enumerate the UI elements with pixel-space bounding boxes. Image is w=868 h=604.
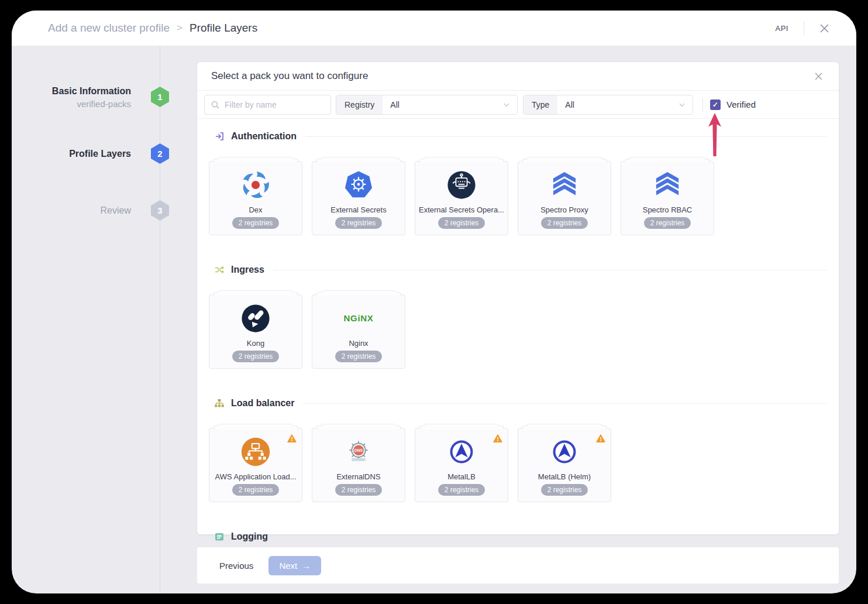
registry-select[interactable]: Registry All (336, 95, 518, 115)
pack-name: Nginx (312, 339, 405, 348)
pack-name: AWS Application Load... (209, 472, 302, 481)
type-select[interactable]: Type All (523, 95, 693, 115)
warning-icon (493, 434, 502, 443)
pack-card[interactable]: AWS Application Load... 2 registries (209, 428, 302, 502)
type-label: Type (523, 95, 557, 114)
registries-badge: 2 registries (232, 484, 280, 496)
wizard-footer: Previous Next → (197, 547, 839, 584)
section-header: Load balancer (209, 396, 827, 410)
stepper-line (160, 46, 160, 593)
previous-button[interactable]: Previous (219, 561, 253, 571)
pack-card[interactable]: NGiNX Nginx 2 registries (312, 294, 405, 369)
section-divider (303, 403, 827, 404)
step-badge-3[interactable]: 3 (151, 200, 169, 221)
list-icon (214, 531, 225, 542)
kubernetes-wheel-logo (343, 169, 374, 201)
dex-logo (240, 169, 271, 201)
pack-card-row: AWS Application Load... 2 registries DNS… (209, 428, 827, 502)
verified-label: Verified (726, 99, 756, 109)
section-divider (277, 537, 827, 537)
externaldns-logo: DNS (343, 436, 374, 468)
pack-section: Authentication Dex 2 registries External… (209, 129, 827, 235)
pack-name: ExternalDNS (312, 472, 405, 481)
step-review[interactable]: Review (12, 204, 131, 217)
section-title: Authentication (231, 131, 297, 142)
step-title: Profile Layers (12, 147, 131, 160)
section-title: Logging (231, 531, 268, 542)
filter-divider (702, 98, 703, 112)
pack-name: MetalLB (Helm) (518, 472, 611, 481)
pack-card[interactable]: External Secrets Opera... 2 registries (415, 161, 508, 235)
pack-card[interactable]: Kong 2 registries (209, 294, 302, 369)
metallb-logo (446, 436, 477, 468)
registries-badge: 2 registries (644, 217, 691, 229)
search-box[interactable] (204, 95, 331, 115)
registries-badge: 2 registries (232, 351, 280, 362)
pack-card[interactable]: Spectro Proxy 2 registries (518, 161, 611, 235)
search-icon (211, 100, 220, 109)
step-title: Basic Information (12, 84, 131, 98)
pack-card-row: Kong 2 registries NGiNX Nginx 2 registri… (209, 294, 827, 369)
warning-icon (287, 434, 297, 443)
section-header: Logging (209, 530, 827, 544)
sitemap-icon (214, 398, 225, 409)
pack-sections: Authentication Dex 2 registries External… (197, 129, 839, 544)
svg-text:NGiNX: NGiNX (344, 313, 374, 323)
pack-name: Dex (209, 205, 302, 214)
pack-section: Ingress Kong 2 registries NGiNX Nginx 2 … (209, 263, 827, 369)
pack-card[interactable]: MetalLB (Helm) 2 registries (518, 428, 611, 502)
step-badge-2[interactable]: 2 (151, 143, 169, 164)
registries-badge: 2 registries (438, 484, 485, 496)
registries-badge: 2 registries (541, 484, 588, 496)
filter-row: Registry All Type All ✓ Verified (197, 91, 839, 119)
spectro-logo (549, 169, 580, 201)
top-bar: Add a new cluster profile > Profile Laye… (12, 11, 856, 46)
pack-card[interactable]: DNS ExternalDNS 2 registries (312, 428, 405, 502)
step-badge-1[interactable]: 1 (151, 87, 169, 107)
registry-value: All (390, 100, 399, 109)
type-value: All (565, 100, 574, 109)
select-pack-modal: Select a pack you want to configure Regi… (197, 62, 839, 534)
section-header: Authentication (209, 129, 827, 143)
modal-title: Select a pack you want to configure (211, 70, 368, 82)
pack-name: Kong (209, 339, 302, 348)
wizard-stepper: Basic Information verified-packs 1 Profi… (12, 46, 197, 593)
pack-card-row: Dex 2 registries External Secrets 2 regi… (209, 161, 827, 235)
app-window: Add a new cluster profile > Profile Laye… (12, 11, 856, 593)
step-subtitle: verified-packs (12, 98, 131, 111)
modal-close-icon[interactable] (812, 70, 825, 83)
section-header: Ingress (209, 263, 827, 277)
next-button-label: Next (279, 561, 297, 571)
registries-badge: 2 registries (335, 351, 383, 362)
close-icon[interactable] (819, 23, 829, 33)
step-profile-layers[interactable]: Profile Layers (12, 147, 131, 160)
pack-card[interactable]: Spectro RBAC 2 registries (621, 161, 714, 235)
section-title: Ingress (231, 265, 264, 275)
modal-header: Select a pack you want to configure (197, 62, 839, 91)
registries-badge: 2 registries (335, 484, 383, 496)
chevron-down-icon (503, 101, 510, 108)
pack-card[interactable]: External Secrets 2 registries (312, 161, 405, 235)
registries-badge: 2 registries (232, 217, 280, 229)
metallb-logo (549, 436, 580, 468)
pack-name: Spectro Proxy (518, 205, 611, 214)
robot-logo (446, 169, 477, 201)
pack-card[interactable]: MetalLB 2 registries (415, 428, 508, 502)
breadcrumb-separator: > (177, 22, 182, 34)
registry-label: Registry (336, 95, 383, 114)
search-input[interactable] (225, 100, 330, 109)
api-button[interactable]: API (776, 24, 788, 33)
aws-alb-logo (240, 436, 271, 468)
step-title: Review (12, 204, 131, 217)
breadcrumb-parent[interactable]: Add a new cluster profile (48, 22, 170, 35)
svg-text:DNS: DNS (354, 448, 363, 452)
step-basic-information[interactable]: Basic Information verified-packs (12, 84, 131, 111)
verified-filter[interactable]: ✓ Verified (710, 99, 756, 110)
next-button[interactable]: Next → (268, 556, 321, 575)
nginx-logo: NGiNX (343, 303, 374, 334)
chevron-down-icon (678, 101, 686, 108)
verified-checkbox[interactable]: ✓ (710, 99, 721, 110)
sign-in-icon (214, 131, 225, 142)
pack-card[interactable]: Dex 2 registries (209, 161, 302, 235)
section-divider (305, 136, 827, 137)
